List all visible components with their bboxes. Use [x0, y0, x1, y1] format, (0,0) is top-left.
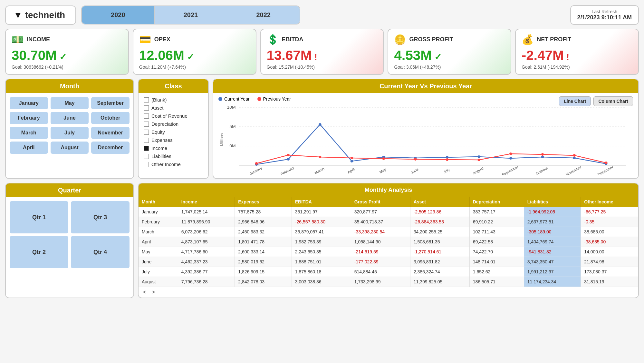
class-expenses[interactable]: Expenses [144, 137, 203, 143]
class-blank[interactable]: (Blank) [144, 97, 203, 103]
class-cost-revenue-checkbox[interactable] [144, 113, 149, 119]
month-august[interactable]: August [51, 142, 89, 154]
table-row: July4,392,386.771,826,909.151,875,860.18… [139, 267, 638, 277]
svg-point-37 [414, 158, 417, 161]
table-cell: 4,392,386.77 [178, 267, 235, 277]
quarter-qtr1[interactable]: Qtr 1 [10, 201, 68, 233]
table-cell: 1,652.62 [469, 267, 524, 277]
table-cell: 1,508,681.35 [410, 237, 469, 247]
legend-current-year-label: Current Year [224, 96, 250, 102]
month-october[interactable]: October [91, 112, 130, 124]
table-cell: 383,757.17 [469, 207, 524, 217]
table-header-row: Month Income Expenses EBITDA Gross Profi… [139, 197, 638, 207]
gross-profit-goal: Goal: 3.06M (+48.27%) [394, 64, 505, 70]
month-may[interactable]: May [51, 97, 89, 109]
svg-text:October: October [535, 166, 549, 175]
month-june[interactable]: June [51, 112, 89, 124]
table-title: Monthly Analysis [139, 183, 638, 197]
year-tab-2020[interactable]: 2020 [82, 6, 155, 24]
month-december[interactable]: December [91, 142, 130, 154]
line-chart-button[interactable]: Line Chart [559, 96, 591, 106]
class-liabilities-checkbox[interactable] [144, 154, 149, 159]
svg-point-27 [477, 155, 480, 158]
kpi-net-profit: 💰 NET PROFIT -2.47M ! Goal: 2.61M (-194.… [515, 29, 639, 75]
table-cell: 102,711.43 [469, 227, 524, 237]
table-cell: 34,200,255.25 [410, 227, 469, 237]
scroll-right-icon[interactable]: > [150, 288, 157, 296]
class-other-income-checkbox[interactable] [144, 162, 149, 167]
table-cell: January [139, 207, 178, 217]
table-row: February11,879,896.902,966,848.96-26,557… [139, 217, 638, 227]
table-cell: -26,884,363.53 [410, 217, 469, 227]
month-july[interactable]: July [51, 127, 89, 139]
table-body: January1,747,025.14757,875.28351,291.973… [139, 207, 638, 287]
svg-point-41 [541, 153, 544, 156]
table-cell: -66,777.25 [581, 207, 638, 217]
month-panel: Month January May September February Jun… [5, 79, 134, 179]
column-chart-button[interactable]: Column Chart [593, 96, 633, 106]
legend-current-year-dot [218, 97, 222, 101]
scroll-left-icon[interactable]: < [141, 288, 149, 296]
svg-text:July: July [443, 168, 451, 174]
table-cell: 1,801,471.78 [235, 237, 292, 247]
table-nav: < > [139, 287, 638, 298]
table-cell: 1,888,751.01 [292, 257, 351, 267]
table-container[interactable]: Month Income Expenses EBITDA Gross Profi… [139, 197, 638, 287]
monthly-analysis-table: Month Income Expenses EBITDA Gross Profi… [139, 197, 638, 287]
quarter-panel-header: Quarter [6, 183, 133, 197]
class-asset[interactable]: Asset [144, 105, 203, 111]
quarter-qtr3[interactable]: Qtr 3 [71, 201, 130, 233]
class-asset-checkbox[interactable] [144, 105, 149, 111]
table-cell: 1,747,025.14 [178, 207, 235, 217]
ebitda-value: 13.67M ! [267, 48, 378, 63]
svg-text:June: June [410, 167, 419, 174]
ebitda-goal: Goal: 15.27M (-10.45%) [267, 64, 378, 70]
kpi-net-profit-header: 💰 NET PROFIT [522, 34, 632, 45]
class-blank-checkbox[interactable] [144, 97, 149, 103]
table-cell: 4,717,786.60 [178, 247, 235, 257]
table-cell: 2,450,983.32 [235, 227, 292, 237]
month-january[interactable]: January [10, 97, 48, 109]
year-tab-2021[interactable]: 2021 [155, 6, 227, 24]
class-equity[interactable]: Equity [144, 129, 203, 135]
refresh-box: Last Refresh 2/1/2023 9:10:11 AM [570, 5, 639, 25]
class-asset-label: Asset [151, 105, 164, 111]
svg-text:May: May [379, 167, 387, 174]
table-cell: August [139, 277, 178, 287]
net-profit-exclaim: ! [564, 52, 569, 62]
table-cell: 4,873,107.65 [178, 237, 235, 247]
class-liabilities[interactable]: Liabilities [144, 153, 203, 159]
month-grid: January May September February June Octo… [6, 93, 133, 158]
month-march[interactable]: March [10, 127, 48, 139]
kpi-gross-profit-header: 🪙 GROSS PROFIT [394, 34, 505, 45]
income-checkmark: ✓ [57, 52, 67, 62]
table-cell: July [139, 267, 178, 277]
col-ebitda: EBITDA [292, 197, 351, 207]
table-cell: 1,982,753.39 [292, 237, 351, 247]
year-tab-2022[interactable]: 2022 [227, 6, 300, 24]
table-cell: 35,400,718.37 [351, 217, 410, 227]
svg-point-39 [477, 159, 480, 161]
class-depreciation-checkbox[interactable] [144, 122, 149, 127]
class-cost-revenue[interactable]: Cost of Revenue [144, 113, 203, 119]
month-september[interactable]: September [91, 97, 130, 109]
table-cell: 173,080.37 [581, 267, 638, 277]
month-november[interactable]: November [91, 127, 130, 139]
class-list: (Blank) Asset Cost of Revenue Depreciati… [139, 93, 208, 171]
class-cost-revenue-label: Cost of Revenue [151, 113, 187, 119]
class-income[interactable]: Income [144, 145, 203, 151]
svg-text:September: September [501, 165, 519, 175]
quarter-qtr2[interactable]: Qtr 2 [10, 236, 68, 268]
class-panel-header: Class [139, 79, 208, 93]
class-other-income[interactable]: Other Income [144, 162, 203, 167]
quarter-qtr4[interactable]: Qtr 4 [71, 236, 130, 268]
svg-text:March: March [314, 167, 325, 175]
month-april[interactable]: April [10, 142, 48, 154]
class-expenses-label: Expenses [151, 137, 173, 143]
class-income-checkbox[interactable] [144, 146, 149, 151]
class-depreciation[interactable]: Depreciation [144, 121, 203, 127]
month-february[interactable]: February [10, 112, 48, 124]
class-equity-checkbox[interactable] [144, 130, 149, 135]
class-expenses-checkbox[interactable] [144, 138, 149, 143]
table-cell: 1,404,769.74 [524, 237, 581, 247]
